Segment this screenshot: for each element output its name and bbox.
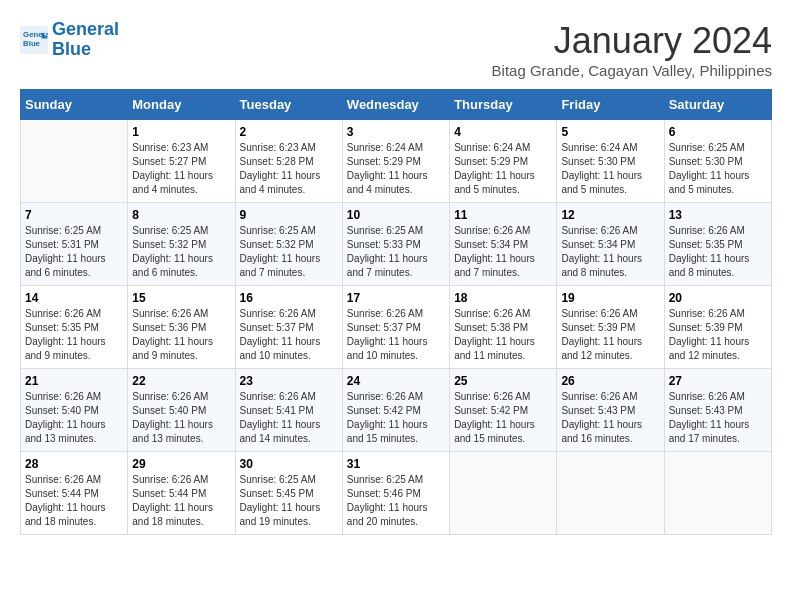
day-number: 8 [132, 208, 230, 222]
day-cell: 19Sunrise: 6:26 AM Sunset: 5:39 PM Dayli… [557, 286, 664, 369]
day-info: Sunrise: 6:26 AM Sunset: 5:42 PM Dayligh… [454, 390, 552, 446]
day-cell: 22Sunrise: 6:26 AM Sunset: 5:40 PM Dayli… [128, 369, 235, 452]
page-header: General Blue GeneralBlue January 2024 Bi… [20, 20, 772, 79]
day-cell: 29Sunrise: 6:26 AM Sunset: 5:44 PM Dayli… [128, 452, 235, 535]
day-cell: 20Sunrise: 6:26 AM Sunset: 5:39 PM Dayli… [664, 286, 771, 369]
day-info: Sunrise: 6:26 AM Sunset: 5:36 PM Dayligh… [132, 307, 230, 363]
day-number: 24 [347, 374, 445, 388]
day-cell: 21Sunrise: 6:26 AM Sunset: 5:40 PM Dayli… [21, 369, 128, 452]
day-cell: 31Sunrise: 6:25 AM Sunset: 5:46 PM Dayli… [342, 452, 449, 535]
week-row-5: 28Sunrise: 6:26 AM Sunset: 5:44 PM Dayli… [21, 452, 772, 535]
day-info: Sunrise: 6:26 AM Sunset: 5:44 PM Dayligh… [25, 473, 123, 529]
day-info: Sunrise: 6:26 AM Sunset: 5:43 PM Dayligh… [669, 390, 767, 446]
day-number: 3 [347, 125, 445, 139]
day-cell: 8Sunrise: 6:25 AM Sunset: 5:32 PM Daylig… [128, 203, 235, 286]
day-number: 30 [240, 457, 338, 471]
header-cell-sunday: Sunday [21, 90, 128, 120]
calendar-header: SundayMondayTuesdayWednesdayThursdayFrid… [21, 90, 772, 120]
header-cell-thursday: Thursday [450, 90, 557, 120]
day-number: 21 [25, 374, 123, 388]
header-cell-wednesday: Wednesday [342, 90, 449, 120]
logo: General Blue GeneralBlue [20, 20, 119, 60]
day-info: Sunrise: 6:26 AM Sunset: 5:35 PM Dayligh… [25, 307, 123, 363]
header-cell-monday: Monday [128, 90, 235, 120]
day-info: Sunrise: 6:24 AM Sunset: 5:29 PM Dayligh… [347, 141, 445, 197]
calendar-subtitle: Bitag Grande, Cagayan Valley, Philippine… [492, 62, 772, 79]
day-info: Sunrise: 6:26 AM Sunset: 5:37 PM Dayligh… [347, 307, 445, 363]
day-number: 29 [132, 457, 230, 471]
day-cell: 11Sunrise: 6:26 AM Sunset: 5:34 PM Dayli… [450, 203, 557, 286]
header-cell-saturday: Saturday [664, 90, 771, 120]
day-number: 12 [561, 208, 659, 222]
day-number: 6 [669, 125, 767, 139]
day-cell: 4Sunrise: 6:24 AM Sunset: 5:29 PM Daylig… [450, 120, 557, 203]
day-info: Sunrise: 6:25 AM Sunset: 5:32 PM Dayligh… [132, 224, 230, 280]
title-block: January 2024 Bitag Grande, Cagayan Valle… [492, 20, 772, 79]
day-number: 1 [132, 125, 230, 139]
day-cell: 10Sunrise: 6:25 AM Sunset: 5:33 PM Dayli… [342, 203, 449, 286]
day-cell: 2Sunrise: 6:23 AM Sunset: 5:28 PM Daylig… [235, 120, 342, 203]
day-number: 7 [25, 208, 123, 222]
day-info: Sunrise: 6:23 AM Sunset: 5:27 PM Dayligh… [132, 141, 230, 197]
week-row-2: 7Sunrise: 6:25 AM Sunset: 5:31 PM Daylig… [21, 203, 772, 286]
day-info: Sunrise: 6:26 AM Sunset: 5:37 PM Dayligh… [240, 307, 338, 363]
day-cell: 15Sunrise: 6:26 AM Sunset: 5:36 PM Dayli… [128, 286, 235, 369]
day-number: 5 [561, 125, 659, 139]
day-cell: 9Sunrise: 6:25 AM Sunset: 5:32 PM Daylig… [235, 203, 342, 286]
day-info: Sunrise: 6:25 AM Sunset: 5:31 PM Dayligh… [25, 224, 123, 280]
day-cell: 26Sunrise: 6:26 AM Sunset: 5:43 PM Dayli… [557, 369, 664, 452]
day-number: 13 [669, 208, 767, 222]
day-cell: 25Sunrise: 6:26 AM Sunset: 5:42 PM Dayli… [450, 369, 557, 452]
day-info: Sunrise: 6:26 AM Sunset: 5:38 PM Dayligh… [454, 307, 552, 363]
header-cell-friday: Friday [557, 90, 664, 120]
day-cell: 28Sunrise: 6:26 AM Sunset: 5:44 PM Dayli… [21, 452, 128, 535]
day-cell: 13Sunrise: 6:26 AM Sunset: 5:35 PM Dayli… [664, 203, 771, 286]
day-cell [21, 120, 128, 203]
day-number: 2 [240, 125, 338, 139]
day-number: 28 [25, 457, 123, 471]
day-info: Sunrise: 6:26 AM Sunset: 5:43 PM Dayligh… [561, 390, 659, 446]
day-cell: 3Sunrise: 6:24 AM Sunset: 5:29 PM Daylig… [342, 120, 449, 203]
day-cell: 7Sunrise: 6:25 AM Sunset: 5:31 PM Daylig… [21, 203, 128, 286]
day-cell: 24Sunrise: 6:26 AM Sunset: 5:42 PM Dayli… [342, 369, 449, 452]
day-info: Sunrise: 6:25 AM Sunset: 5:33 PM Dayligh… [347, 224, 445, 280]
day-info: Sunrise: 6:26 AM Sunset: 5:40 PM Dayligh… [25, 390, 123, 446]
day-cell: 14Sunrise: 6:26 AM Sunset: 5:35 PM Dayli… [21, 286, 128, 369]
calendar-title: January 2024 [492, 20, 772, 62]
day-cell [664, 452, 771, 535]
day-number: 11 [454, 208, 552, 222]
day-cell [557, 452, 664, 535]
week-row-3: 14Sunrise: 6:26 AM Sunset: 5:35 PM Dayli… [21, 286, 772, 369]
day-number: 15 [132, 291, 230, 305]
day-info: Sunrise: 6:26 AM Sunset: 5:42 PM Dayligh… [347, 390, 445, 446]
day-number: 14 [25, 291, 123, 305]
day-number: 25 [454, 374, 552, 388]
week-row-1: 1Sunrise: 6:23 AM Sunset: 5:27 PM Daylig… [21, 120, 772, 203]
day-info: Sunrise: 6:25 AM Sunset: 5:30 PM Dayligh… [669, 141, 767, 197]
day-number: 16 [240, 291, 338, 305]
day-number: 10 [347, 208, 445, 222]
day-number: 19 [561, 291, 659, 305]
day-cell: 6Sunrise: 6:25 AM Sunset: 5:30 PM Daylig… [664, 120, 771, 203]
day-number: 18 [454, 291, 552, 305]
day-cell [450, 452, 557, 535]
day-cell: 27Sunrise: 6:26 AM Sunset: 5:43 PM Dayli… [664, 369, 771, 452]
day-info: Sunrise: 6:26 AM Sunset: 5:44 PM Dayligh… [132, 473, 230, 529]
day-info: Sunrise: 6:26 AM Sunset: 5:41 PM Dayligh… [240, 390, 338, 446]
day-info: Sunrise: 6:23 AM Sunset: 5:28 PM Dayligh… [240, 141, 338, 197]
header-cell-tuesday: Tuesday [235, 90, 342, 120]
day-number: 17 [347, 291, 445, 305]
week-row-4: 21Sunrise: 6:26 AM Sunset: 5:40 PM Dayli… [21, 369, 772, 452]
day-info: Sunrise: 6:26 AM Sunset: 5:40 PM Dayligh… [132, 390, 230, 446]
day-info: Sunrise: 6:26 AM Sunset: 5:34 PM Dayligh… [561, 224, 659, 280]
day-number: 22 [132, 374, 230, 388]
header-row: SundayMondayTuesdayWednesdayThursdayFrid… [21, 90, 772, 120]
calendar-table: SundayMondayTuesdayWednesdayThursdayFrid… [20, 89, 772, 535]
day-info: Sunrise: 6:26 AM Sunset: 5:35 PM Dayligh… [669, 224, 767, 280]
day-info: Sunrise: 6:26 AM Sunset: 5:39 PM Dayligh… [669, 307, 767, 363]
day-number: 4 [454, 125, 552, 139]
svg-text:Blue: Blue [23, 39, 41, 48]
day-number: 31 [347, 457, 445, 471]
day-cell: 1Sunrise: 6:23 AM Sunset: 5:27 PM Daylig… [128, 120, 235, 203]
day-cell: 23Sunrise: 6:26 AM Sunset: 5:41 PM Dayli… [235, 369, 342, 452]
